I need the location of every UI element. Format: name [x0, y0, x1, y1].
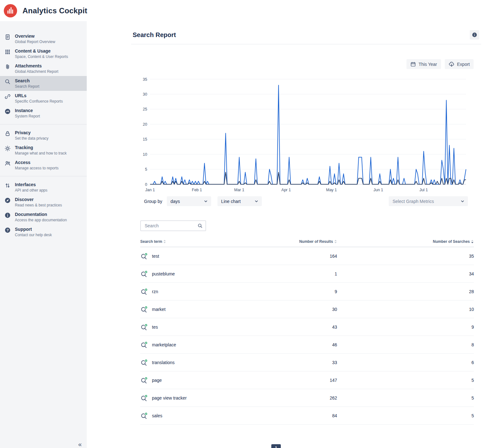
table-row[interactable]: marketplace 46 8: [140, 336, 474, 354]
sidebar-item-title: URLs: [15, 93, 63, 99]
searches-value: 10: [337, 307, 474, 312]
sidebar: Overview Global Report Overview Content …: [0, 21, 87, 448]
svg-text:May 1: May 1: [326, 188, 337, 192]
search-term: tes: [152, 325, 158, 330]
search-term: page: [152, 378, 162, 383]
svg-text:?: ?: [6, 228, 9, 232]
table-row[interactable]: translations 33 6: [140, 354, 474, 371]
sidebar-item-support[interactable]: ? Support Contact our help desk: [0, 224, 87, 239]
searches-value: 5: [337, 378, 474, 383]
svg-text:20: 20: [143, 122, 147, 127]
table-search-field[interactable]: [140, 220, 206, 231]
svg-text:30: 30: [143, 92, 147, 97]
chart-type-select[interactable]: Line chart: [217, 196, 262, 206]
compass-icon: [4, 197, 11, 204]
table-row[interactable]: market 30 10: [140, 300, 474, 318]
calendar-icon: [410, 61, 416, 67]
table-row[interactable]: tes 43 9: [140, 318, 474, 336]
sidebar-item-content-usage[interactable]: Content & Usage Space, Content & User Re…: [0, 46, 87, 61]
column-header-number-of-searches[interactable]: Number of Searches: [433, 239, 474, 244]
sidebar-item-subtitle: Space, Content & User Reports: [15, 54, 68, 59]
group-by-select[interactable]: days: [167, 196, 211, 206]
column-header-number-of-results[interactable]: Number of Results: [299, 239, 337, 244]
searches-value: 9: [337, 325, 474, 330]
sidebar-item-title: Instance: [15, 108, 40, 114]
sidebar-item-documentation[interactable]: Documentation Access the app documentati…: [0, 210, 87, 224]
sidebar-item-subtitle: Specific Confluence Reports: [15, 99, 63, 104]
sidebar-item-access[interactable]: Access Manage access to reports: [0, 158, 87, 173]
svg-text:Feb 1: Feb 1: [192, 188, 202, 192]
app-logo-icon: [4, 4, 17, 17]
link-icon: [4, 93, 11, 100]
graph-metrics-select[interactable]: Select Graph Metrics: [389, 196, 468, 206]
graph-metrics-placeholder: Select Graph Metrics: [393, 199, 434, 204]
report-info-button[interactable]: [470, 30, 479, 40]
sort-icon: [334, 239, 337, 244]
search-check-icon: [140, 341, 148, 348]
searches-value: 5: [337, 395, 474, 401]
svg-text:Apr 1: Apr 1: [281, 188, 291, 192]
column-header-label: Number of Searches: [433, 239, 470, 244]
info-circle-icon: [472, 32, 477, 38]
search-term: pusteblume: [152, 271, 175, 276]
searches-value: 28: [337, 289, 474, 294]
svg-text:Mar 1: Mar 1: [234, 188, 244, 192]
table-row[interactable]: pusteblume 1 34: [140, 265, 474, 283]
searches-value: 5: [337, 413, 474, 418]
search-check-icon: [140, 253, 148, 260]
svg-text:25: 25: [143, 107, 147, 111]
this-year-button[interactable]: This Year: [406, 59, 441, 69]
results-value: 1: [287, 271, 337, 276]
sidebar-item-title: Discover: [15, 197, 62, 203]
sidebar-item-tracking[interactable]: Tracking Manage what and how to track: [0, 143, 87, 158]
arrows-icon: [4, 182, 11, 189]
sidebar-item-discover[interactable]: Discover Read news & best practices: [0, 195, 87, 210]
gear-icon: [4, 145, 11, 152]
search-term: rzn: [152, 289, 158, 294]
table-row[interactable]: rzn 9 28: [140, 283, 474, 300]
sidebar-divider: [0, 176, 87, 176]
sidebar-item-overview[interactable]: Overview Global Report Overview: [0, 31, 87, 46]
sidebar-divider: [0, 124, 87, 124]
info-icon: [4, 212, 11, 218]
search-icon: [197, 223, 203, 229]
table-row[interactable]: sales 84 5: [140, 407, 474, 425]
svg-text:15: 15: [143, 137, 147, 142]
sidebar-item-title: Interfaces: [15, 182, 47, 188]
pagination-page-1[interactable]: 1: [271, 444, 281, 448]
section-divider: [131, 44, 481, 44]
table-row[interactable]: page view tracker 262 5: [140, 389, 474, 407]
export-button[interactable]: Export: [445, 59, 474, 69]
sidebar-item-title: Search: [15, 78, 39, 84]
search-chart: 05101520253035Jan 1Feb 1Mar 1Apr 1May 1J…: [138, 75, 468, 194]
sidebar-item-subtitle: Access the app documentation: [15, 218, 67, 223]
column-header-search-term[interactable]: Search term: [140, 239, 166, 244]
table-row[interactable]: test 164 35: [140, 247, 474, 265]
sidebar-item-title: Support: [15, 226, 52, 232]
sidebar-item-subtitle: Manage what and how to track: [15, 151, 66, 156]
column-header-label: Search term: [140, 239, 162, 244]
search-check-icon: [140, 359, 148, 366]
chart-type-value: Line chart: [221, 199, 241, 204]
sidebar-collapse-button[interactable]: «: [78, 441, 82, 447]
group-by-value: days: [171, 199, 180, 204]
results-value: 30: [287, 307, 337, 312]
sidebar-item-interfaces[interactable]: Interfaces API and other apps: [0, 180, 87, 195]
sidebar-item-privacy[interactable]: Privacy Set the data privacy: [0, 128, 87, 143]
sidebar-item-title: Content & Usage: [15, 48, 68, 54]
search-term: page view tracker: [152, 395, 187, 401]
searches-value: 6: [337, 360, 474, 365]
main-content: Search Report This Year: [87, 21, 491, 448]
search-line-chart: 05101520253035Jan 1Feb 1Mar 1Apr 1May 1J…: [138, 75, 468, 194]
sidebar-item-attachments[interactable]: Attachments Global Attachment Report: [0, 61, 87, 76]
sidebar-item-urls[interactable]: URLs Specific Confluence Reports: [0, 91, 87, 106]
sidebar-item-search[interactable]: Search Search Report: [0, 76, 87, 91]
table-row[interactable]: page 147 5: [140, 371, 474, 389]
search-check-icon: [140, 412, 148, 419]
sidebar-item-instance[interactable]: Instance System Report: [0, 106, 87, 121]
app-header: Analytics Cockpit: [0, 0, 491, 21]
table-search-input[interactable]: [144, 223, 197, 229]
export-icon: [449, 61, 455, 67]
app-title: Analytics Cockpit: [22, 6, 87, 15]
svg-text:35: 35: [143, 77, 147, 82]
